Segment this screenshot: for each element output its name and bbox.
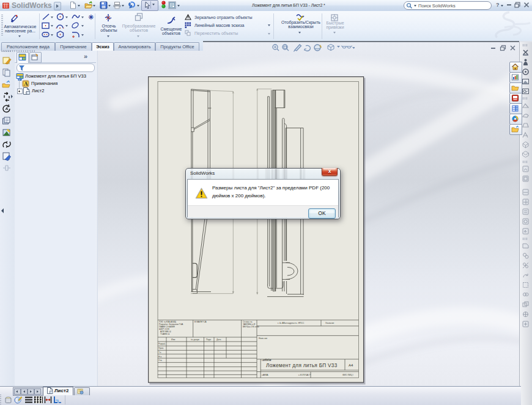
svg-text:нРчС.м: нРчС.м [264, 359, 272, 361]
svg-text:ВЕУЧьа 190 и:04: ВЕУЧьа 190 и:04 [243, 326, 259, 328]
svg-text:Указание: Указание [325, 322, 334, 324]
svg-text:№ докум: № докум [191, 338, 200, 341]
svg-text:В МАЛЕТСА: В МАЛЕТСА [194, 321, 207, 323]
svg-text:Т1АЕЮ-Ч: Т1АЕЮ-Ч [160, 333, 169, 335]
svg-text:Ложемент для литья БП V33: Ложемент для литья БП V33 [266, 363, 338, 368]
svg-text:Утв.: Утв. [158, 359, 163, 362]
svg-text:Разраб.: Разраб. [158, 343, 166, 345]
svg-text:Изм: Изм [171, 338, 175, 341]
svg-text:с-КОЛУЧА I?: с-КОЛУЧА I? [298, 374, 311, 376]
svg-text:Назв.ние: Назв.ние [259, 337, 267, 340]
svg-text:A4: A4 [349, 363, 353, 367]
svg-text:Н.к.: Н.к. [158, 356, 162, 358]
svg-text:с 4ь АВыгчадрльсть -НПСС: с 4ь АВыгчадрльсть -НПСС [278, 322, 305, 324]
svg-text:A: A [24, 81, 28, 87]
svg-text:Дата: Дата [216, 338, 221, 341]
svg-text:Подп: Подп [206, 338, 211, 341]
svg-text:сАЕВА: сАЕВА [262, 374, 268, 376]
svg-text:Пров.: Пров. [158, 347, 164, 349]
svg-text:Т.к.: Т.к. [158, 351, 161, 354]
svg-text:ФИО ЛИЦ I: ФИО ЛИЦ I [342, 374, 353, 376]
